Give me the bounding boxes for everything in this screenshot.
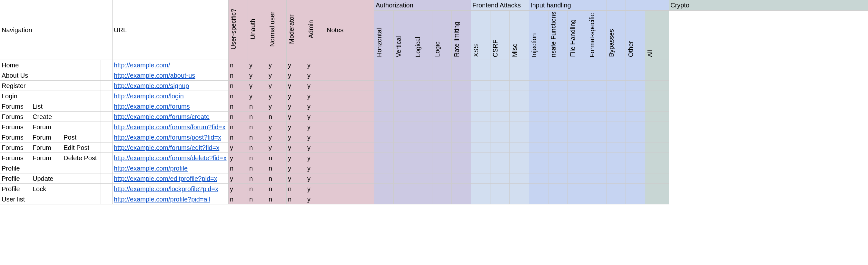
cell-n3[interactable] — [101, 122, 113, 132]
cell-url[interactable]: http://example.com/forums/delete?fid=x — [113, 153, 228, 163]
cell-us[interactable]: n — [228, 132, 248, 142]
url-link[interactable]: http://example.com/forums — [114, 103, 190, 110]
cell-lg[interactable] — [413, 163, 432, 173]
cell-mo[interactable]: y — [287, 70, 306, 80]
cell-bp[interactable] — [607, 122, 626, 132]
cell-n2[interactable] — [62, 70, 101, 80]
cell-n0[interactable]: Register — [0, 80, 31, 91]
cell-xs[interactable] — [471, 111, 490, 122]
cell-in[interactable] — [529, 70, 549, 80]
cell-ua[interactable]: n — [248, 173, 267, 184]
cell-n2[interactable] — [62, 60, 101, 70]
cell-h[interactable] — [374, 111, 394, 122]
cell-n1[interactable]: Lock — [31, 184, 62, 194]
cell-mi[interactable] — [510, 163, 529, 173]
cell-mo[interactable]: y — [287, 80, 306, 91]
url-link[interactable]: http://example.com/forums/edit?fid=x — [114, 144, 219, 151]
cell-cs[interactable] — [490, 163, 510, 173]
cell-n1[interactable] — [31, 60, 62, 70]
cell-us[interactable]: y — [228, 153, 248, 163]
cell-fs[interactable] — [587, 173, 607, 184]
cell-mi[interactable] — [510, 70, 529, 80]
cell-n3[interactable] — [101, 111, 113, 122]
cell-n1[interactable] — [31, 91, 62, 101]
cell-n2[interactable] — [62, 80, 101, 91]
cell-us[interactable]: n — [228, 70, 248, 80]
cell-us[interactable]: n — [228, 101, 248, 111]
cell-url[interactable]: http://example.com/forums/create — [113, 111, 228, 122]
cell-cs[interactable] — [490, 194, 510, 204]
cell-v[interactable] — [394, 142, 413, 153]
cell-h[interactable] — [374, 122, 394, 132]
cell-notes[interactable] — [326, 122, 374, 132]
cell-ot[interactable] — [626, 70, 645, 80]
cell-rl[interactable] — [452, 163, 471, 173]
cell-lg[interactable] — [413, 184, 432, 194]
cell-mo[interactable]: y — [287, 91, 306, 101]
cell-fh[interactable] — [568, 70, 587, 80]
cell-cs[interactable] — [490, 173, 510, 184]
cell-ad[interactable]: y — [306, 163, 326, 173]
cell-us[interactable]: y — [228, 142, 248, 153]
cell-ua[interactable]: n — [248, 194, 267, 204]
cell-n2[interactable] — [62, 122, 101, 132]
url-link[interactable]: http://example.com/forums/forum?fid=x — [114, 124, 225, 131]
cell-n3[interactable] — [101, 163, 113, 173]
cell-lo[interactable] — [432, 173, 452, 184]
cell-al[interactable] — [645, 142, 669, 153]
cell-notes[interactable] — [326, 101, 374, 111]
cell-n1[interactable]: List — [31, 101, 62, 111]
cell-ad[interactable]: y — [306, 91, 326, 101]
cell-notes[interactable] — [326, 132, 374, 142]
cell-al[interactable] — [645, 194, 669, 204]
cell-mo[interactable]: n — [287, 184, 306, 194]
cell-lo[interactable] — [432, 70, 452, 80]
cell-lo[interactable] — [432, 153, 452, 163]
url-link[interactable]: http://example.com/ — [114, 62, 170, 69]
cell-mi[interactable] — [510, 184, 529, 194]
cell-rl[interactable] — [452, 60, 471, 70]
cell-n3[interactable] — [101, 91, 113, 101]
cell-h[interactable] — [374, 70, 394, 80]
cell-notes[interactable] — [326, 80, 374, 91]
cell-nf[interactable] — [549, 163, 568, 173]
cell-al[interactable] — [645, 60, 669, 70]
url-link[interactable]: http://example.com/login — [114, 93, 184, 100]
cell-us[interactable]: n — [228, 122, 248, 132]
cell-n1[interactable]: Forum — [31, 142, 62, 153]
cell-lo[interactable] — [432, 184, 452, 194]
cell-url[interactable]: http://example.com/login — [113, 91, 228, 101]
cell-rl[interactable] — [452, 194, 471, 204]
cell-rl[interactable] — [452, 153, 471, 163]
cell-fs[interactable] — [587, 91, 607, 101]
url-link[interactable]: http://example.com/profile?pid=all — [114, 196, 210, 203]
cell-n0[interactable]: User list — [0, 194, 31, 204]
cell-ad[interactable]: y — [306, 122, 326, 132]
cell-mi[interactable] — [510, 173, 529, 184]
cell-n0[interactable]: Profile — [0, 184, 31, 194]
cell-mo[interactable]: y — [287, 60, 306, 70]
cell-n0[interactable]: Login — [0, 91, 31, 101]
cell-n0[interactable]: Forums — [0, 153, 31, 163]
cell-xs[interactable] — [471, 91, 490, 101]
cell-al[interactable] — [645, 173, 669, 184]
cell-lo[interactable] — [432, 111, 452, 122]
cell-in[interactable] — [529, 91, 549, 101]
cell-ad[interactable]: y — [306, 60, 326, 70]
cell-n3[interactable] — [101, 142, 113, 153]
cell-mi[interactable] — [510, 122, 529, 132]
cell-mo[interactable]: y — [287, 111, 306, 122]
cell-ad[interactable]: y — [306, 173, 326, 184]
cell-in[interactable] — [529, 142, 549, 153]
cell-al[interactable] — [645, 122, 669, 132]
cell-al[interactable] — [645, 80, 669, 91]
cell-bp[interactable] — [607, 132, 626, 142]
cell-h[interactable] — [374, 80, 394, 91]
cell-nf[interactable] — [549, 173, 568, 184]
cell-url[interactable]: http://example.com/forums/edit?fid=x — [113, 142, 228, 153]
cell-ot[interactable] — [626, 132, 645, 142]
cell-nu[interactable]: y — [267, 122, 287, 132]
cell-rl[interactable] — [452, 70, 471, 80]
cell-xs[interactable] — [471, 132, 490, 142]
cell-nf[interactable] — [549, 194, 568, 204]
